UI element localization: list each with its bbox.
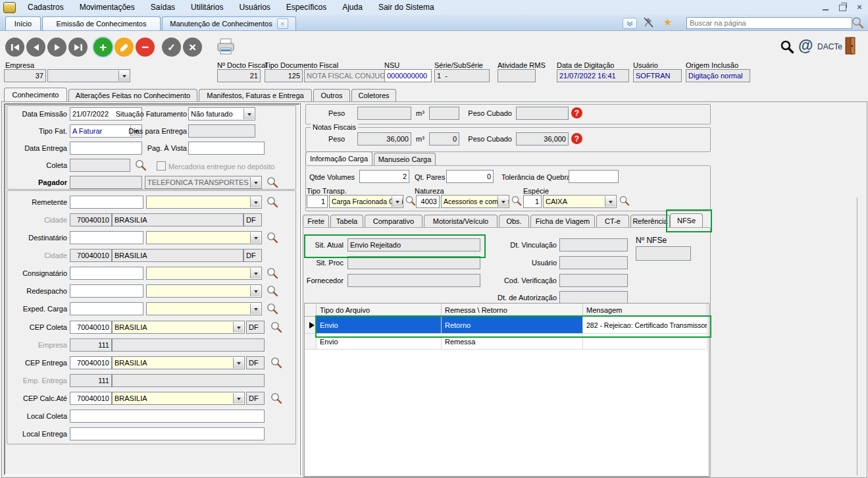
table-row[interactable]: Retorno <box>442 317 583 334</box>
tab-close-icon[interactable]: × <box>277 18 288 29</box>
remetente-code-field[interactable] <box>70 196 143 209</box>
menu-usuarios[interactable]: Usuários <box>231 3 278 12</box>
nav-first-icon[interactable] <box>5 38 24 57</box>
close-button[interactable]: × <box>854 2 865 12</box>
tab-frete[interactable]: Frete <box>303 215 329 227</box>
empresa-select[interactable] <box>47 69 130 82</box>
pag-vista-field[interactable] <box>188 142 265 155</box>
cancel-button[interactable]: × <box>183 38 202 57</box>
cep-entrega-cidade-select[interactable]: BRASILIA <box>112 356 245 369</box>
nsu-field[interactable]: 0000000000 <box>384 69 432 82</box>
redespacho-search-icon[interactable] <box>266 284 279 298</box>
tab-tabela[interactable]: Tabela <box>330 215 363 227</box>
row-selector-cell[interactable] <box>305 317 317 334</box>
natureza-select[interactable]: Acessorios e componen <box>441 195 509 208</box>
pagador-search-icon[interactable] <box>266 176 279 189</box>
chevron-down-icon[interactable] <box>250 286 261 296</box>
consignatario-select[interactable] <box>146 267 262 280</box>
chevron-down-icon[interactable] <box>250 177 261 188</box>
qtde-volumes-field[interactable]: 2 <box>359 170 409 183</box>
tab-referencia[interactable]: Referência <box>630 215 670 227</box>
favorite-star-icon[interactable]: ★ <box>663 16 672 28</box>
add-record-button[interactable]: + <box>93 38 113 57</box>
exped-carga-search-icon[interactable] <box>266 302 279 315</box>
tab-motorista-veiculo[interactable]: Motorista/Veículo <box>424 215 498 227</box>
row-selector-cell[interactable] <box>305 334 317 350</box>
tab-coletores[interactable]: Coletores <box>351 89 396 101</box>
tolerancia-field[interactable] <box>569 170 619 183</box>
chevron-down-icon[interactable] <box>250 304 261 314</box>
cep-calc-cep[interactable]: 70040010 <box>70 392 112 405</box>
redespacho-select[interactable] <box>146 284 262 298</box>
table-row[interactable]: Envio <box>317 334 442 350</box>
minimize-button[interactable] <box>819 2 831 12</box>
especie-code[interactable]: 1 <box>523 195 542 208</box>
tipo-transp-select[interactable]: Carga Fracionada Cheia <box>329 195 403 208</box>
local-entrega-field[interactable] <box>70 427 265 440</box>
tab-outros[interactable]: Outros <box>313 89 350 101</box>
nav-previous-icon[interactable] <box>26 38 45 57</box>
table-row[interactable]: Remessa <box>442 334 583 350</box>
exped-carga-select[interactable] <box>146 302 262 315</box>
especie-search-icon[interactable] <box>619 195 632 208</box>
chevron-down-icon[interactable] <box>233 358 243 368</box>
tab-manifestos[interactable]: Manifestos, Faturas e Entrega <box>199 89 312 101</box>
tab-ficha-viagem[interactable]: Ficha de Viagem <box>530 215 595 227</box>
restore-button[interactable] <box>836 2 848 12</box>
print-icon[interactable] <box>215 38 237 57</box>
cep-coleta-search-icon[interactable] <box>270 321 283 334</box>
menu-sair[interactable]: Sair do Sistema <box>370 3 442 12</box>
pagador-select[interactable]: TELEFONICA TRANSPORTES E I <box>145 176 262 189</box>
exped-carga-code-field[interactable] <box>70 302 143 315</box>
menu-saidas[interactable]: Saídas <box>143 3 183 12</box>
mercadoria-checkbox[interactable] <box>157 161 166 171</box>
col-remessa-retorno[interactable]: Remessa \ Retorno <box>442 304 583 317</box>
tab-manutencao-conhecimentos[interactable]: Manutenção de Conhecimentos × <box>162 16 296 30</box>
chevron-down-icon[interactable] <box>118 70 129 81</box>
chevron-down-icon[interactable] <box>250 197 261 207</box>
nav-next-icon[interactable] <box>47 38 66 57</box>
chevron-down-icon[interactable] <box>233 393 243 404</box>
menu-movimentacoes[interactable]: Movimentações <box>72 3 143 12</box>
chevron-down-icon[interactable] <box>250 268 261 279</box>
tipo-transp-code[interactable]: 1 <box>307 195 328 208</box>
cep-calc-search-icon[interactable] <box>270 392 283 405</box>
especie-select[interactable]: CAIXA <box>543 195 617 208</box>
zoom-icon[interactable] <box>780 40 794 55</box>
confirm-button[interactable]: ✓ <box>162 38 181 57</box>
chevron-down-icon[interactable] <box>243 109 254 119</box>
tab-comparativo[interactable]: Comparativo <box>365 215 422 227</box>
local-coleta-field[interactable] <box>70 410 265 423</box>
destinatario-code-field[interactable] <box>70 231 143 244</box>
tab-alteracoes[interactable]: Alterações Feitas no Conhecimento <box>68 89 197 101</box>
col-tipo-arquivo[interactable]: Tipo do Arquivo <box>317 304 442 317</box>
natureza-code[interactable]: 4003 <box>416 195 440 208</box>
menu-especificos[interactable]: Específicos <box>278 3 334 12</box>
chevron-down-icon[interactable] <box>605 196 615 207</box>
cep-coleta-cep[interactable]: 70040010 <box>70 321 112 334</box>
delete-record-button[interactable]: − <box>136 38 155 57</box>
email-at-icon[interactable]: @ <box>798 37 813 55</box>
find-search-icon[interactable] <box>851 16 864 30</box>
cep-calc-cidade-select[interactable]: BRASILIA <box>112 392 245 405</box>
cep-entrega-cep[interactable]: 70040010 <box>70 356 112 369</box>
cep-coleta-cidade-select[interactable]: BRASILIA <box>112 321 245 334</box>
chevron-down-icon[interactable] <box>498 196 508 207</box>
table-row[interactable]: Envio <box>317 317 442 334</box>
help-icon[interactable]: ? <box>571 133 582 144</box>
chevron-down-icon[interactable] <box>233 322 243 332</box>
edit-record-button[interactable] <box>115 38 134 57</box>
remetente-search-icon[interactable] <box>266 196 279 209</box>
col-mensagem[interactable]: Mensagem <box>583 304 707 317</box>
destinatario-select[interactable] <box>146 231 262 244</box>
redespacho-code-field[interactable] <box>70 284 143 298</box>
chevron-down-icon[interactable] <box>250 232 261 243</box>
situacao-faturamento-select[interactable]: Não faturado <box>188 107 255 120</box>
consignatario-code-field[interactable] <box>70 267 143 280</box>
chevron-down-icon[interactable] <box>623 18 637 29</box>
consignatario-search-icon[interactable] <box>266 267 279 280</box>
dacte-button[interactable]: DACTe <box>817 42 842 51</box>
destinatario-search-icon[interactable] <box>266 231 279 244</box>
tab-obs[interactable]: Obs. <box>499 215 529 227</box>
exit-door-icon[interactable] <box>845 37 855 55</box>
